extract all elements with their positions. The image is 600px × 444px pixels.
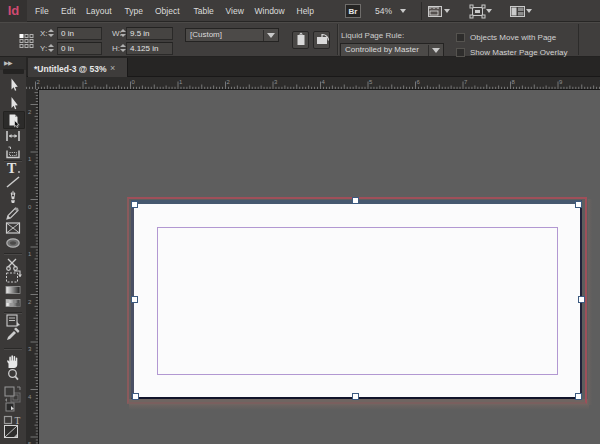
svg-text:7: 7 [464, 79, 468, 85]
svg-text:8: 8 [512, 79, 516, 85]
svg-text:2: 2 [28, 109, 32, 115]
svg-text:1: 1 [84, 79, 88, 85]
svg-text:0: 0 [132, 79, 136, 85]
svg-text:2: 2 [227, 79, 231, 85]
svg-text:1: 1 [179, 79, 183, 85]
svg-text:3: 3 [28, 346, 32, 352]
svg-text:4: 4 [322, 79, 326, 85]
svg-text:5: 5 [369, 79, 373, 85]
svg-text:2: 2 [28, 299, 32, 305]
svg-text:3: 3 [274, 79, 278, 85]
svg-text:1: 1 [28, 251, 32, 257]
svg-text:6: 6 [417, 79, 421, 85]
svg-text:T: T [15, 416, 21, 425]
svg-text:0: 0 [28, 204, 32, 210]
svg-text:9: 9 [559, 79, 563, 85]
svg-text:1: 1 [28, 156, 32, 162]
svg-text:4: 4 [28, 394, 32, 400]
svg-text:2: 2 [37, 79, 41, 85]
